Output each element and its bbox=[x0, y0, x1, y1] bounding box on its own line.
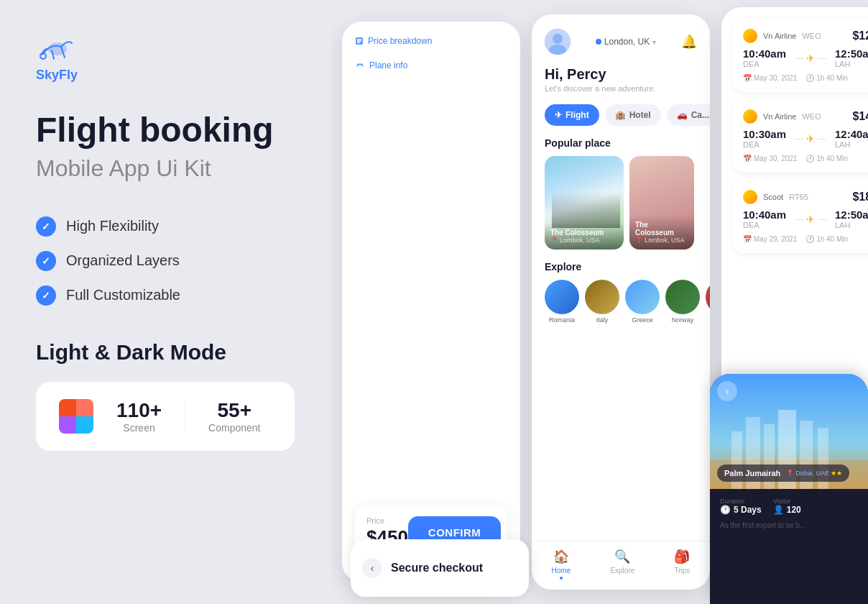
airline-info-2: Vn Airline WEO bbox=[743, 109, 821, 124]
flight-card-1-top: Vn Airline WEO $120 bbox=[743, 29, 868, 43]
visitor-label: Visitor bbox=[773, 498, 801, 505]
place-overlay-1: The Colosseum 📍 Lombok, USA bbox=[545, 223, 624, 250]
tab-hotel[interactable]: 🏨 Hotel bbox=[605, 104, 661, 126]
location-dot bbox=[596, 39, 601, 45]
explore-item-italy[interactable]: Italy bbox=[585, 280, 619, 324]
arr-code-1: LAH bbox=[835, 60, 868, 68]
flight-code-1: WEO bbox=[802, 32, 821, 40]
explore-item-greece[interactable]: Greece bbox=[625, 280, 660, 324]
explore-circle-italy bbox=[585, 280, 619, 314]
visitor-value: 👤 120 bbox=[773, 505, 801, 515]
loc-pin-icon: 📍 bbox=[550, 237, 558, 244]
plane-icon bbox=[355, 60, 365, 70]
dash-left-3: — bbox=[795, 214, 803, 224]
airline-name-1: Vn Airline bbox=[763, 32, 796, 40]
flight-tab-label: Flight bbox=[565, 110, 589, 120]
checkout-back-button[interactable]: ‹ bbox=[362, 558, 382, 578]
place-loc-2: 📍 Lombok, USA bbox=[635, 237, 688, 244]
plane-info-row[interactable]: Plane info bbox=[355, 60, 507, 70]
home-topbar: London, UK ▾ 🔔 bbox=[545, 29, 697, 55]
airline-logo-1 bbox=[743, 29, 757, 43]
phone-confirm: Price breakdown Plane info Price $450 CO… bbox=[342, 22, 520, 582]
dash-left-2: — bbox=[795, 134, 803, 144]
flight-plane-icon-1: ✈ bbox=[806, 52, 815, 64]
explore-circle-greece bbox=[625, 280, 660, 314]
arr-time-2: 12:40am bbox=[835, 128, 868, 140]
visitor-stat: Visitor 👤 120 bbox=[773, 498, 801, 515]
flight-card-3[interactable]: Scoot RT65 $180 10:40am DEA — ✈ — bbox=[733, 180, 868, 253]
travel-place-overlay: Palm Jumairah 📍 Dubai, UAE ★★ bbox=[717, 465, 861, 482]
route-middle-1: — ✈ — bbox=[795, 52, 826, 64]
dash-right-2: — bbox=[818, 134, 826, 144]
flight-card-1[interactable]: Vn Airline WEO $120 10:40am DEA — ✈ — bbox=[733, 19, 868, 92]
location-badge[interactable]: London, UK ▾ bbox=[596, 37, 656, 47]
secure-checkout-card: ‹ Secure checkout bbox=[351, 539, 529, 597]
skyfly-logo-icon bbox=[36, 29, 79, 65]
nav-home[interactable]: 🏠 Home bbox=[552, 549, 571, 580]
phone-confirm-content: Price breakdown Plane info Price $450 CO… bbox=[342, 22, 520, 582]
clock-icon: 🕐 bbox=[720, 505, 731, 515]
explore-item-norway[interactable]: Norway bbox=[665, 280, 700, 324]
airline-info-3: Scoot RT65 bbox=[743, 190, 808, 204]
travel-place-badge: Palm Jumairah 📍 Dubai, UAE ★★ bbox=[717, 465, 849, 482]
arr-info-3: 12:50am LAH bbox=[835, 209, 868, 229]
nav-trips[interactable]: 🎒 Trips bbox=[674, 549, 690, 580]
travel-stats: Duration 🕐 5 Days Visitor 👤 120 bbox=[720, 498, 858, 515]
flight-card-3-top: Scoot RT65 $180 bbox=[743, 190, 868, 204]
dep-info-1: 10:40am DEA bbox=[743, 47, 786, 68]
date-2: 📅 May 30, 2021 bbox=[743, 155, 797, 163]
arr-info-2: 12:40am LAH bbox=[835, 128, 868, 149]
flight-plane-icon-2: ✈ bbox=[806, 133, 815, 145]
mode-title: Light & Dark Mode bbox=[36, 340, 295, 365]
bottom-nav: 🏠 Home 🔍 Explore 🎒 Trips bbox=[532, 541, 710, 590]
figma-q3 bbox=[59, 416, 76, 434]
car-tab-label: Ca... bbox=[691, 110, 709, 120]
price-breakdown-icon bbox=[355, 37, 364, 45]
tab-car[interactable]: 🚗 Ca... bbox=[667, 104, 710, 126]
flight-card-2[interactable]: Vn Airline WEO $140 10:30am DEA — ✈ — bbox=[733, 99, 868, 173]
check-icon-1 bbox=[36, 216, 56, 237]
airline-info-1: Vn Airline WEO bbox=[743, 29, 821, 43]
dep-code-1: DEA bbox=[743, 60, 786, 68]
airline-name-3: Scoot bbox=[763, 193, 783, 201]
place-card-2[interactable]: The Colosseum 📍 Lombok, USA bbox=[629, 156, 694, 250]
trips-nav-label: Trips bbox=[674, 567, 690, 575]
flight-plane-icon-3: ✈ bbox=[806, 214, 815, 225]
explore-item-romania[interactable]: Romania bbox=[545, 280, 579, 324]
explore-circles: Romania Italy Greece Norway bbox=[545, 280, 697, 324]
place-loc-1: 📍 Lombok, USA bbox=[550, 237, 618, 244]
place-name-1: The Colosseum bbox=[550, 229, 618, 237]
avatar bbox=[545, 29, 571, 55]
dep-time-1: 10:40am bbox=[743, 47, 786, 60]
travel-back-button[interactable]: ‹ bbox=[717, 381, 737, 401]
stat-divider bbox=[185, 402, 185, 431]
dep-info-3: 10:40am DEA bbox=[743, 209, 786, 229]
logo-text: SkyFly bbox=[36, 68, 78, 83]
flight-code-2: WEO bbox=[802, 112, 821, 121]
flight-route-2: 10:30am DEA — ✈ — 12:40am LAH bbox=[743, 128, 868, 149]
feature-item-2: Organized Layers bbox=[36, 251, 295, 271]
notification-icon[interactable]: 🔔 bbox=[681, 34, 697, 50]
route-line-3: — ✈ — bbox=[795, 214, 826, 225]
nav-explore[interactable]: 🔍 Explore bbox=[610, 549, 634, 580]
airline-name-2: Vn Airline bbox=[763, 112, 796, 121]
dep-info-2: 10:30am DEA bbox=[743, 128, 786, 149]
flight-price-3: $180 bbox=[852, 191, 868, 203]
airline-logo-2 bbox=[743, 109, 757, 124]
explore-item-russia[interactable]: Russia bbox=[706, 280, 710, 324]
sub-title: Mobile App Ui Kit bbox=[36, 155, 295, 182]
flight-code-3: RT65 bbox=[789, 193, 808, 201]
stat-components: 55+ Component bbox=[208, 399, 260, 434]
airline-logo-3 bbox=[743, 190, 757, 204]
loc-pin-icon-2: 📍 bbox=[635, 237, 643, 244]
explore-label-norway: Norway bbox=[672, 316, 694, 324]
travel-place-name: Palm Jumairah bbox=[724, 469, 780, 477]
dash-right-3: — bbox=[818, 214, 826, 224]
stat-screens: 110+ Screen bbox=[116, 399, 162, 434]
duration-1: 🕐 1h 40 Min bbox=[805, 74, 848, 82]
place-card-1[interactable]: The Colosseum 📍 Lombok, USA bbox=[545, 156, 624, 250]
tab-flight[interactable]: ✈ Flight bbox=[545, 104, 599, 126]
explore-nav-icon: 🔍 bbox=[614, 549, 630, 564]
svg-point-0 bbox=[49, 43, 66, 55]
arr-time-3: 12:50am bbox=[835, 209, 868, 221]
